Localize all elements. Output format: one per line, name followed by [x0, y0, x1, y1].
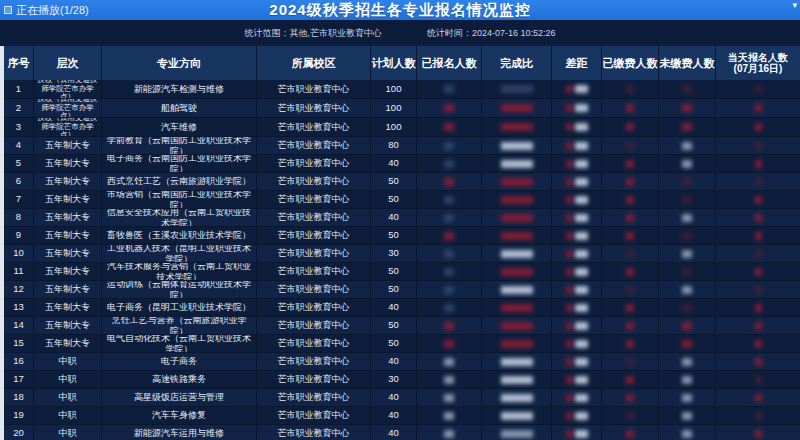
- cell-unpaid-masked: [659, 389, 716, 407]
- redacted-value: [626, 394, 634, 402]
- cell-today-masked: [716, 299, 800, 317]
- redacted-value: [444, 394, 454, 402]
- table-row: 6五年制大专西式烹饪工艺（云南旅游职业学院）芒市职业教育中心50: [4, 173, 800, 191]
- redacted-value: [682, 304, 692, 312]
- redacted-value: [566, 123, 573, 131]
- cell-no: 20: [4, 425, 34, 440]
- redacted-value: [501, 430, 533, 438]
- cell-today-masked: [716, 99, 800, 118]
- cell-registered-masked: [417, 281, 482, 299]
- cell-gap-masked: [552, 389, 602, 407]
- header-today-line2: (07月16日): [734, 63, 783, 75]
- cell-campus: 芒市职业教育中心: [257, 80, 371, 99]
- redacted-value: [575, 394, 588, 402]
- redacted-value: [682, 412, 692, 420]
- cell-no: 8: [4, 209, 34, 227]
- redacted-value: [626, 250, 634, 258]
- redacted-value: [444, 304, 454, 312]
- cell-level: 技校（云南交通技师学院芒市办学点）: [34, 118, 102, 137]
- cell-major: 高速铁路乘务: [102, 371, 257, 389]
- cell-today-masked: [716, 371, 800, 389]
- cell-no: 15: [4, 335, 34, 353]
- redacted-value: [566, 304, 573, 312]
- cell-gap-masked: [552, 245, 602, 263]
- redacted-value: [755, 214, 762, 222]
- table-row: 13五年制大专电子商务（昆明工业职业技术学院）芒市职业教育中心40: [4, 299, 800, 317]
- redacted-value: [755, 123, 762, 131]
- cell-gap-masked: [552, 191, 602, 209]
- cell-level: 五年制大专: [34, 299, 102, 317]
- cell-paid-masked: [602, 137, 659, 155]
- cell-level: 五年制大专: [34, 191, 102, 209]
- redacted-value: [501, 104, 533, 112]
- cell-planned: 100: [371, 99, 417, 118]
- cell-completion-masked: [482, 317, 552, 335]
- cell-planned: 40: [371, 209, 417, 227]
- cell-registered-masked: [417, 299, 482, 317]
- cell-paid-masked: [602, 263, 659, 281]
- redacted-value: [682, 85, 692, 93]
- redacted-value: [575, 322, 588, 330]
- cell-campus: 芒市职业教育中心: [257, 353, 371, 371]
- cell-paid-masked: [602, 227, 659, 245]
- chevron-down-icon[interactable]: ▾: [792, 0, 797, 10]
- cell-registered-masked: [417, 155, 482, 173]
- cell-completion-masked: [482, 263, 552, 281]
- cell-completion-masked: [482, 353, 552, 371]
- now-playing-label: 正在播放(1/28): [16, 3, 89, 18]
- cell-today-masked: [716, 155, 800, 173]
- redacted-value: [501, 85, 533, 93]
- cell-paid-masked: [602, 281, 659, 299]
- redacted-value: [501, 304, 533, 312]
- redacted-value: [626, 358, 634, 366]
- header-cell-major: 专业方向: [102, 46, 257, 80]
- redacted-value: [444, 322, 454, 330]
- cell-no: 13: [4, 299, 34, 317]
- table-row: 19中职汽车车身修复芒市职业教育中心40: [4, 407, 800, 425]
- cell-level: 五年制大专: [34, 173, 102, 191]
- redacted-value: [755, 304, 762, 312]
- cell-no: 1: [4, 80, 34, 99]
- redacted-value: [682, 214, 692, 222]
- table-row: 4五年制大专学前教育（云南国防工业职业技术学院）芒市职业教育中心80: [4, 137, 800, 155]
- redacted-value: [755, 104, 762, 112]
- redacted-value: [444, 142, 454, 150]
- redacted-value: [626, 412, 634, 420]
- header-cell-level: 层次: [34, 46, 102, 80]
- redacted-value: [566, 322, 573, 330]
- cell-unpaid-masked: [659, 371, 716, 389]
- cell-level: 五年制大专: [34, 335, 102, 353]
- cell-level: 五年制大专: [34, 209, 102, 227]
- redacted-value: [566, 214, 573, 222]
- redacted-value: [755, 394, 762, 402]
- cell-planned: 50: [371, 263, 417, 281]
- dashboard-screen: 正在播放(1/28) 2024级秋季招生各专业报名情况监控 ▾ 统计范围：其他,…: [0, 0, 800, 440]
- redacted-value: [444, 268, 454, 276]
- redacted-value: [566, 160, 573, 168]
- table-header: 序号 层次 专业方向 所属校区 计划人数 已报名人数 完成比 差距 已缴费人数 …: [4, 46, 800, 80]
- cell-registered-masked: [417, 335, 482, 353]
- now-playing-control[interactable]: 正在播放(1/28): [4, 0, 89, 20]
- cell-major: 电气自动化技术（云南工贸职业技术学院）: [102, 335, 257, 353]
- cell-paid-masked: [602, 353, 659, 371]
- cell-paid-masked: [602, 118, 659, 137]
- redacted-value: [682, 178, 692, 186]
- cell-gap-masked: [552, 227, 602, 245]
- cell-unpaid-masked: [659, 335, 716, 353]
- cell-gap-masked: [552, 371, 602, 389]
- cell-no: 5: [4, 155, 34, 173]
- table-row: 12五年制大专运动训练（云南体育运动职业技术学院）芒市职业教育中心50: [4, 281, 800, 299]
- cell-today-masked: [716, 407, 800, 425]
- cell-registered-masked: [417, 173, 482, 191]
- redacted-value: [566, 340, 573, 348]
- header-cell-gap: 差距: [552, 46, 602, 80]
- redacted-value: [682, 250, 692, 258]
- redacted-value: [626, 340, 634, 348]
- cell-completion-masked: [482, 425, 552, 440]
- playing-checkbox-icon[interactable]: [4, 6, 12, 14]
- cell-completion-masked: [482, 155, 552, 173]
- cell-registered-masked: [417, 99, 482, 118]
- redacted-value: [575, 214, 588, 222]
- cell-gap-masked: [552, 317, 602, 335]
- cell-campus: 芒市职业教育中心: [257, 245, 371, 263]
